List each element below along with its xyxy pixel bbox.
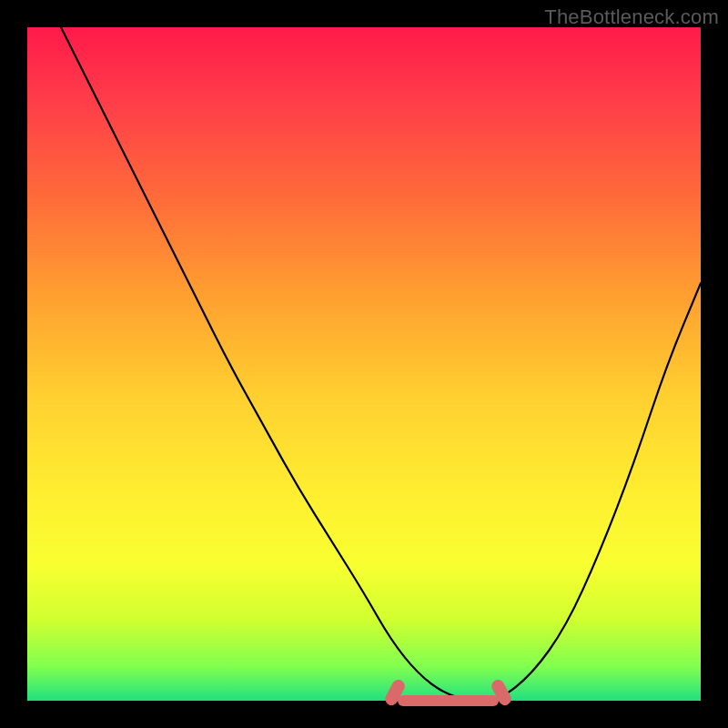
- bottleneck-curve-path: [61, 27, 701, 701]
- curve-svg: [27, 27, 701, 701]
- chart-container: TheBottleneck.com: [0, 0, 728, 728]
- watermark-text: TheBottleneck.com: [544, 5, 719, 29]
- plot-area: [27, 27, 701, 701]
- flat-region-marker: [398, 695, 499, 706]
